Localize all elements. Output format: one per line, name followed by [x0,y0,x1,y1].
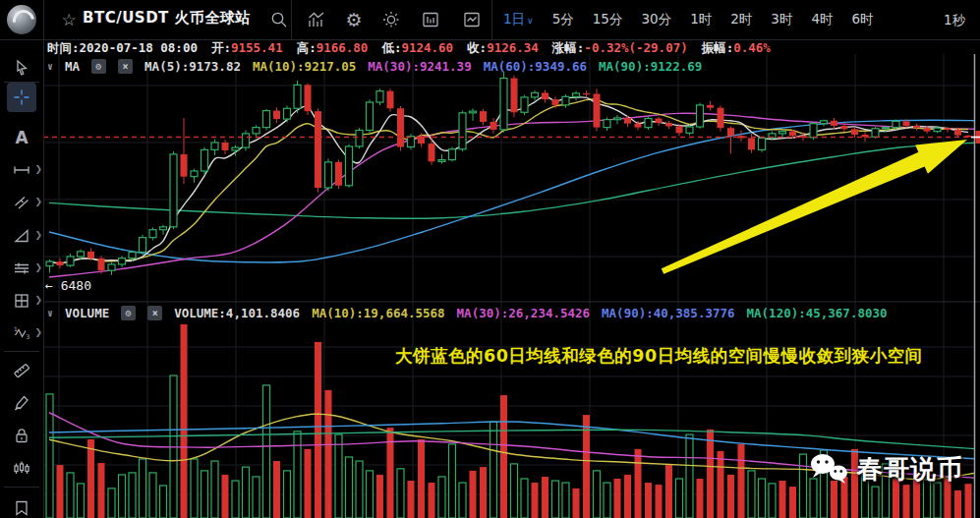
tool-compare-candles[interactable] [7,453,36,483]
candlestick-chart-canvas[interactable] [0,0,980,518]
drawing-toolbar: A ❯ ❯ ❯ ❯ ❯ 13❯ [0,39,44,518]
tool-cursor[interactable] [7,53,36,83]
collapse-chevron-icon[interactable]: ∨ [47,308,53,318]
panel-line-icon[interactable] [460,8,484,31]
timeframe-3时[interactable]: 3时 [771,11,792,29]
ohlc-segment: 收:9126.34 [467,40,539,55]
ohlc-segment: 振幅:0.46% [702,40,771,55]
ohlc-segment: 低:9124.60 [381,40,453,55]
ma-legend: ∨MA⚙×MA(5):9173.82MA(10):9217.05MA(30):9… [47,59,702,74]
indicator-value: MA(120):45,367.8030 [747,306,888,320]
chart-window: ☆ BTC/USDT 火币全球站 ⚙ 1日∨5分15分30分1时2时3时4时6时… [0,0,980,518]
timeframe-15分[interactable]: 15分 [593,11,623,29]
indicator-value: MA(90):9122.69 [599,59,702,74]
indicator-name: VOLUME [65,306,109,320]
separator [4,351,39,352]
tool-fib-lines[interactable]: ❯ [7,254,36,283]
timeframe-1时[interactable]: 1时 [690,11,712,29]
pair-title: BTC/USDT 火币全球站 [83,9,251,28]
indicator-name: MA [65,59,80,74]
separator [491,0,492,39]
tool-crosshair[interactable] [7,83,36,112]
tool-brush[interactable] [7,388,36,418]
timeframe-1s[interactable]: 1秒 [944,12,965,29]
exchange-logo-cell[interactable] [0,0,44,39]
timeframe-30分[interactable]: 30分 [641,11,671,29]
ohlc-info-bar: 时间:2020-07-18 08:00开:9155.41高:9166.80低:9… [47,40,771,55]
gear-icon[interactable]: ⚙ [342,8,366,31]
tool-ruler[interactable] [7,356,36,385]
timeframe-4时[interactable]: 4时 [811,11,833,29]
indicator-value: MA(30):9241.39 [368,59,471,74]
timeframe-2时[interactable]: 2时 [730,11,752,29]
timeframe-1日[interactable]: 1日∨ [503,11,534,29]
indicator-close-icon[interactable]: × [147,306,162,320]
tool-triangle[interactable]: ❯ [7,221,36,251]
annotation-text: 大饼蓝色的60日均线和绿色的90日均线的空间慢慢收敛到狭小空间 [395,344,923,368]
indicator-settings-icon[interactable]: ⚙ [121,306,136,320]
indicator-value: MA(30):26,234.5426 [457,306,590,320]
theme-sun-icon[interactable] [379,8,403,31]
tool-lock[interactable] [7,421,36,450]
timeframe-5分[interactable]: 5分 [552,11,574,29]
indicator-chart-icon[interactable] [305,8,328,31]
ohlc-segment: 开:9155.41 [211,40,283,55]
timeframe-6时[interactable]: 6时 [852,11,874,29]
watermark-text: 春哥说币 [857,452,963,487]
indicator-close-icon[interactable]: × [118,59,133,74]
ohlc-segment: 时间:2020-07-18 08:00 [47,40,198,55]
svg-text:3: 3 [27,333,30,340]
indicator-value: MA(5):9173.82 [144,59,241,74]
watermark: 春哥说币 [808,451,963,487]
wechat-icon [808,451,851,487]
collapse-chevron-icon[interactable]: ∨ [47,61,53,72]
tool-bookmark[interactable] [7,493,36,518]
indicator-value: MA(10):19,664.5568 [312,306,444,320]
top-bar: ☆ BTC/USDT 火币全球站 ⚙ 1日∨5分15分30分1时2时3时4时6时… [0,0,980,40]
panel-bars-icon[interactable] [419,8,442,31]
tool-elliott-wave[interactable]: 13❯ [7,318,36,348]
separator [291,0,292,39]
ohlc-segment: 高:9166.80 [297,40,369,55]
volume-legend: ∨VOLUME⚙×VOLUME:4,101.8406MA(10):19,664.… [47,306,888,320]
tool-text[interactable]: A [7,123,36,152]
ohlc-segment: 涨幅:-0.32%(-29.07) [552,40,688,55]
svg-text:1: 1 [14,325,18,332]
favorite-star-icon[interactable]: ☆ [57,8,81,31]
indicator-value: MA(90):40,385.3776 [602,306,734,320]
tool-parallel-channel[interactable]: ❯ [7,188,36,217]
indicator-value: MA(60):9349.66 [484,59,587,74]
indicator-settings-icon[interactable]: ⚙ [91,59,106,74]
tool-line-segment[interactable]: ❯ [7,155,36,185]
tool-xabcd-pattern[interactable]: ❯ [7,286,36,316]
price-low-label: ← 6480 [45,278,91,293]
indicator-value: MA(10):9217.05 [253,59,356,74]
huobi-logo-icon [7,5,36,34]
timeframe-row: 1日∨5分15分30分1时2时3时4时6时 [503,0,874,39]
separator [4,487,39,488]
search-icon[interactable] [267,8,291,31]
indicator-value: VOLUME:4,101.8406 [174,306,300,320]
